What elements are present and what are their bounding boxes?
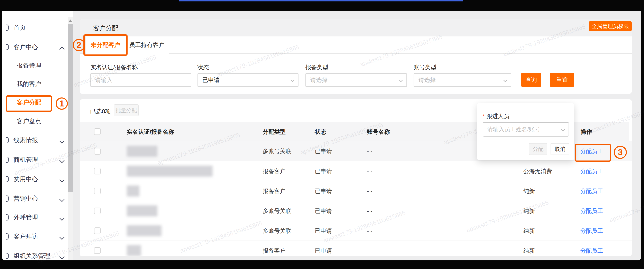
- sidebar-item-customer-center[interactable]: 客户中心: [2, 43, 70, 52]
- assign-employee-link[interactable]: 分配员工: [580, 221, 603, 241]
- select-all-checkbox[interactable]: [94, 128, 100, 135]
- permission-badge[interactable]: 全局管理员权限: [589, 21, 632, 31]
- page-title: 客户分配: [93, 24, 118, 33]
- chevron-down-icon: [399, 78, 403, 82]
- account-type-select[interactable]: 请选择: [414, 73, 511, 87]
- page-header-card: 客户分配 全局管理员权限 未分配客户 员工持有客户 实名认证/报备名称 状态 报…: [80, 20, 632, 94]
- clue-intel-icon: [6, 137, 12, 144]
- customer-visit-icon: [6, 233, 12, 240]
- assign-follower-popup: * 跟进人员 请输入员工姓名/账号 分配 取消: [478, 103, 574, 160]
- sidebar-scrollbar-thumb[interactable]: [68, 24, 73, 192]
- table-row: 报备客户 已申请 - - 公海无消费 分配员工: [80, 161, 632, 181]
- annotation-circle-step3: 3: [614, 146, 627, 159]
- table-row: 多账号关联 已申请 - - 纯新 分配员工: [80, 201, 632, 221]
- row-checkbox[interactable]: [94, 227, 100, 234]
- row-checkbox[interactable]: [94, 168, 100, 174]
- chevron-down-icon: [60, 158, 64, 165]
- assign-employee-link[interactable]: 分配员工: [580, 201, 603, 221]
- annotation-box-step2: [84, 34, 128, 56]
- tab-employee-held-customers[interactable]: 员工持有客户: [125, 37, 169, 54]
- chevron-down-icon: [290, 78, 294, 82]
- assign-cancel-button[interactable]: 取消: [550, 143, 570, 155]
- annotation-box-step1: [6, 95, 52, 112]
- marketing-center-icon: [6, 195, 12, 202]
- customer-center-icon: [6, 44, 12, 51]
- redacted-customer-name: [127, 185, 140, 196]
- title-strip: 客户分配 全局管理员权限: [80, 20, 632, 37]
- tab-bar: 未分配客户 员工持有客户: [80, 37, 632, 54]
- column-header-alloc-type: 分配类型: [263, 122, 286, 141]
- reset-button[interactable]: 重置: [550, 73, 574, 87]
- column-header-status: 状态: [315, 122, 326, 141]
- status-select[interactable]: 已申请: [198, 73, 298, 87]
- required-asterisk: *: [483, 113, 485, 119]
- scroll-up-arrow-icon[interactable]: [69, 20, 72, 22]
- sidebar-item-business-opportunity[interactable]: 商机管理: [2, 155, 70, 164]
- row-checkbox[interactable]: [94, 208, 100, 214]
- sidebar-item-clue-intel[interactable]: 线索情报: [2, 136, 70, 145]
- redacted-customer-name: [127, 146, 158, 157]
- home-icon: [6, 24, 12, 31]
- sidebar-item-outbound-call[interactable]: 外呼管理: [2, 213, 70, 222]
- chevron-up-icon: [60, 45, 64, 52]
- table-row: 多账号关联 已申请 - - 纯新 分配员工: [80, 221, 632, 240]
- chevron-down-icon: [60, 177, 64, 184]
- chevron-down-icon: [60, 196, 64, 203]
- redacted-customer-name: [127, 225, 162, 236]
- annotation-circle-step1: 1: [56, 97, 68, 110]
- chevron-down-icon: [503, 78, 507, 82]
- follower-field-label: * 跟进人员: [483, 112, 510, 120]
- chevron-down-icon: [60, 254, 64, 260]
- filter-label-account-type: 账号类型: [414, 64, 436, 71]
- row-checkbox[interactable]: [94, 188, 100, 194]
- filter-label-report-type: 报备类型: [306, 64, 328, 71]
- business-opportunity-icon: [6, 156, 12, 163]
- assign-employee-link[interactable]: 分配员工: [580, 181, 603, 201]
- assign-employee-link[interactable]: 分配员工: [580, 161, 603, 181]
- redacted-customer-name: [127, 205, 158, 216]
- sidebar: 首页 客户中心 报备管理 我的客户 客户分配 客户盘点 线索情报: [2, 11, 73, 260]
- employee-select[interactable]: 请输入员工姓名/账号: [483, 122, 569, 137]
- name-search-input[interactable]: 请输入: [90, 73, 191, 87]
- batch-assign-button: 批量分配: [114, 104, 138, 116]
- column-header-name: 实名认证/报备名称: [127, 122, 174, 141]
- column-header-action: 操作: [580, 122, 592, 141]
- search-button[interactable]: 查询: [521, 73, 541, 87]
- report-type-select[interactable]: 请选择: [306, 73, 407, 87]
- row-checkbox[interactable]: [94, 148, 100, 155]
- table-row: 报备客户 已申请 - - 纯新 分配员工: [80, 181, 632, 201]
- outbound-call-icon: [6, 214, 12, 221]
- sidebar-item-home[interactable]: 首页: [2, 23, 70, 32]
- org-relation-icon: [6, 252, 12, 259]
- chevron-down-icon: [561, 127, 565, 131]
- sidebar-item-org-relation[interactable]: 组织关系管理: [2, 251, 70, 260]
- assign-employee-link[interactable]: 分配员工: [580, 241, 603, 256]
- sidebar-item-label: 客户中心: [14, 43, 38, 51]
- redacted-customer-name: [127, 245, 141, 256]
- sidebar-item-expense-center[interactable]: 费用中心: [2, 175, 70, 184]
- sidebar-item-marketing-center[interactable]: 营销中心: [2, 194, 70, 203]
- sidebar-item-customer-visit[interactable]: 客户拜访: [2, 232, 70, 241]
- sidebar-item-label: 首页: [14, 24, 26, 32]
- assign-confirm-button: 分配: [529, 143, 547, 155]
- browser-loading-bar: [179, 0, 463, 2]
- redacted-customer-name: [127, 166, 212, 177]
- table-row: 报备客户 已申请 - - 纯新 分配员工: [80, 240, 632, 256]
- column-header-account: 账号名称: [367, 122, 390, 141]
- sidebar-item-my-customers[interactable]: 我的客户: [2, 79, 70, 88]
- sidebar-item-customer-inventory[interactable]: 客户盘点: [2, 117, 70, 126]
- annotation-box-step3: [575, 144, 611, 162]
- annotation-circle-step2: 2: [73, 39, 85, 51]
- chevron-down-icon: [60, 215, 64, 222]
- app-screenshot: 首页 客户中心 报备管理 我的客户 客户分配 客户盘点 线索情报: [0, 0, 644, 269]
- filter-label-status: 状态: [198, 64, 209, 71]
- row-checkbox[interactable]: [94, 247, 100, 254]
- sidebar-item-report-management[interactable]: 报备管理: [2, 61, 70, 70]
- chevron-down-icon: [60, 138, 64, 145]
- chevron-down-icon: [60, 234, 64, 241]
- filter-label-name: 实名认证/报备名称: [90, 64, 138, 71]
- selected-count: 已选0项: [90, 108, 111, 116]
- expense-center-icon: [6, 176, 12, 183]
